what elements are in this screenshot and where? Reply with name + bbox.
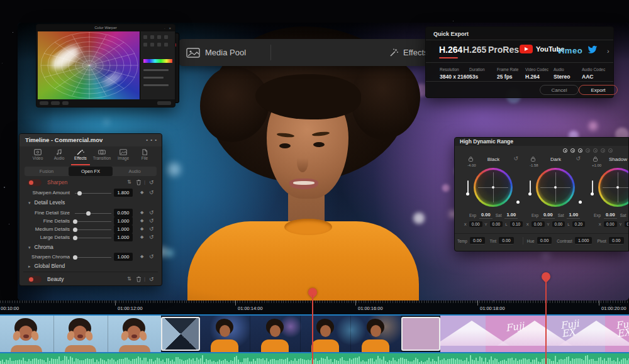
fine-detail-size-value[interactable]: 0.050 (114, 209, 133, 217)
tab-video[interactable]: Video (26, 148, 49, 164)
color-warper-window-icons[interactable]: · × (164, 26, 172, 30)
keyframe-icon[interactable]: ◆ (140, 254, 143, 259)
reset-icon[interactable]: ↺ (149, 218, 154, 224)
reset-icon[interactable]: ↺ (149, 253, 154, 260)
warper-footer-button[interactable] (40, 101, 48, 105)
pivot-value[interactable]: 0.00 (609, 237, 624, 245)
section-global-blend[interactable]: ▸Global Blend (28, 263, 65, 269)
slider-knob[interactable] (86, 211, 91, 216)
format-vimeo[interactable]: vimeo (557, 46, 582, 55)
shadow-master-slider[interactable] (592, 180, 593, 193)
fine-details-slider[interactable] (75, 221, 111, 222)
delete-icon[interactable] (136, 276, 142, 282)
reset-icon[interactable]: ↺ (576, 155, 581, 162)
y-value[interactable]: 0.00 (490, 221, 503, 227)
sharpen-amount-value[interactable]: 1.800 (114, 189, 133, 197)
effects-button[interactable]: Effects (381, 39, 431, 66)
cross-dissolve-transition[interactable] (161, 317, 200, 351)
reset-icon[interactable]: ↺ (149, 226, 154, 232)
section-detail-levels[interactable]: ▾Detail Levels (28, 199, 65, 206)
format-twitter[interactable] (587, 45, 598, 54)
sharpen-enable-toggle[interactable] (28, 179, 42, 186)
dark-master-slider[interactable] (530, 180, 531, 193)
format-h265[interactable]: H.265 (463, 45, 486, 55)
x-value[interactable]: 0.00 (532, 221, 545, 227)
reset-icon[interactable]: ↺ (149, 234, 154, 240)
timeline-ruler[interactable]: 00:10:0001:00:12:0001:00:14:0001:00:16:0… (0, 301, 629, 314)
x-value[interactable]: 0.00 (469, 221, 482, 227)
fine-details-value[interactable]: 1.000 (114, 217, 133, 225)
inspector-menu-icon[interactable]: • • • (146, 134, 157, 146)
slider-knob[interactable] (77, 191, 82, 196)
hue-value[interactable]: 0.00 (537, 237, 552, 245)
black-color-wheel[interactable] (474, 168, 513, 207)
x-value[interactable]: 0.00 (604, 221, 617, 227)
format-prores[interactable]: ProRes (488, 45, 519, 55)
sat-value[interactable]: 1.00 (567, 212, 580, 219)
l-value[interactable]: 0.20 (572, 221, 586, 227)
delete-icon[interactable] (136, 179, 142, 185)
subtab-audio[interactable]: Audio (113, 167, 157, 176)
secondary-marker-line[interactable] (545, 279, 547, 364)
dark-sat-handle[interactable] (579, 201, 582, 204)
exp-value[interactable]: 0.00 (479, 212, 493, 219)
media-pool-button[interactable]: Media Pool (186, 39, 246, 66)
clip-laughing-woman[interactable] (0, 316, 161, 352)
audio-track-waveform[interactable] (0, 353, 629, 364)
hue-strip[interactable] (143, 59, 172, 63)
playhead-line[interactable] (312, 295, 313, 364)
dark-color-wheel[interactable] (536, 168, 575, 207)
cancel-button[interactable]: Cancel (540, 85, 579, 95)
keyframe-icon[interactable]: ◆ (140, 234, 143, 240)
tint-value[interactable]: 0.00 (499, 237, 514, 245)
formats-chevron-right-icon[interactable]: › (607, 47, 610, 55)
reset-icon[interactable]: ↺ (149, 189, 154, 196)
keyframe-icon[interactable]: ◆ (140, 226, 143, 231)
large-details-slider[interactable] (75, 238, 111, 238)
beauty-enable-toggle[interactable] (28, 276, 42, 283)
sharpen-chroma-slider[interactable] (75, 257, 111, 258)
clip-fuji-mountain[interactable]: Fuji Fuji EX Fuji EX (440, 316, 629, 352)
reorder-icon[interactable]: ⇅ (127, 276, 131, 282)
cross-dissolve-transition[interactable] (401, 317, 440, 351)
tab-effects[interactable]: Effects (69, 148, 92, 164)
reorder-icon[interactable]: ⇅ (127, 179, 131, 185)
subtab-fusion[interactable]: Fusion (25, 167, 69, 176)
format-h264[interactable]: H.264 (439, 45, 462, 55)
section-chroma[interactable]: ▾Chroma (28, 244, 53, 250)
reset-icon[interactable]: ↺ (149, 209, 154, 216)
keyframe-icon[interactable]: ◆ (140, 190, 143, 195)
export-button[interactable]: Export (579, 85, 618, 95)
y-value[interactable]: 0.00 (625, 221, 629, 227)
tab-audio[interactable]: Audio (48, 148, 70, 164)
l-value[interactable]: 0.10 (510, 221, 523, 227)
hdr-zone-icons[interactable] (563, 148, 613, 153)
y-value[interactable]: 0.00 (552, 221, 565, 227)
slider-knob[interactable] (73, 228, 77, 232)
sharpen-amount-slider[interactable] (75, 193, 111, 194)
keyframe-icon[interactable]: ◆ (140, 210, 143, 215)
reset-icon[interactable]: ↺ (149, 276, 154, 282)
temp-value[interactable]: 0.00 (470, 237, 485, 245)
clip-orange-sweater-woman[interactable] (200, 316, 401, 352)
keyframe-icon[interactable]: ◆ (140, 218, 143, 223)
reset-icon[interactable]: ↺ (149, 179, 154, 185)
black-sat-handle[interactable] (516, 201, 520, 204)
warper-footer-button[interactable] (62, 101, 69, 105)
tab-file[interactable]: File (133, 148, 156, 164)
black-master-slider[interactable] (467, 180, 469, 193)
sat-value[interactable]: 1.00 (504, 212, 518, 219)
exp-value[interactable]: 0.00 (604, 212, 617, 219)
contrast-value[interactable]: 1.000 (575, 237, 593, 245)
warper-footer-button[interactable] (51, 101, 60, 105)
warper-footer-button[interactable] (157, 101, 171, 105)
exp-value[interactable]: 0.00 (542, 212, 555, 219)
tab-image[interactable]: Image (112, 148, 135, 164)
fine-detail-size-slider[interactable] (75, 213, 111, 214)
medium-details-slider[interactable] (75, 229, 111, 230)
color-warper-grid[interactable] (38, 31, 141, 99)
medium-details-value[interactable]: 1.000 (114, 225, 133, 233)
subtab-open-fx[interactable]: Open FX (69, 167, 113, 176)
large-details-value[interactable]: 1.000 (114, 233, 133, 241)
reset-icon[interactable]: ↺ (513, 155, 518, 162)
